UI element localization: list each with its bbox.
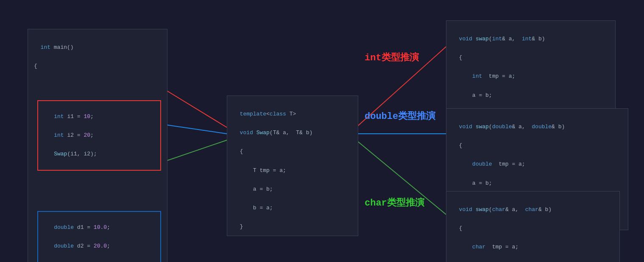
main-code-box: int main() { int i1 = 10; int i2 = 20; S… [28,29,167,262]
double-type-label: double类型推演 [365,110,435,122]
double-highlight-box: double d1 = 10.0; double d2 = 20.0; Swap… [37,211,161,262]
char-swap-box: void swap(char& a, char& b) { char tmp =… [446,191,620,262]
int-highlight-box: int i1 = 10; int i2 = 20; Swap(i1, i2); [37,100,161,171]
char-type-label: char类型推演 [365,196,424,209]
int-type-label: int类型推演 [365,51,419,64]
template-code-box: template<class T> void Swap(T& a, T& b) … [227,96,358,236]
main-kw-int: int [41,44,50,51]
